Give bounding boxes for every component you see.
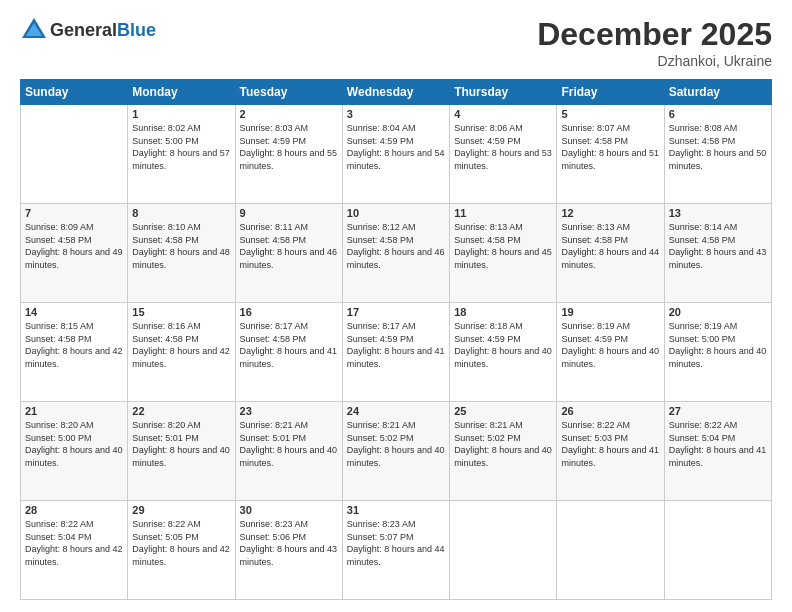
day-info: Sunrise: 8:23 AMSunset: 5:06 PMDaylight:… xyxy=(240,519,338,567)
calendar-cell: 26 Sunrise: 8:22 AMSunset: 5:03 PMDaylig… xyxy=(557,402,664,501)
calendar-cell xyxy=(450,501,557,600)
day-info: Sunrise: 8:11 AMSunset: 4:58 PMDaylight:… xyxy=(240,222,338,270)
day-info: Sunrise: 8:20 AMSunset: 5:01 PMDaylight:… xyxy=(132,420,230,468)
day-info: Sunrise: 8:20 AMSunset: 5:00 PMDaylight:… xyxy=(25,420,123,468)
day-number: 13 xyxy=(669,207,767,219)
day-number: 29 xyxy=(132,504,230,516)
day-number: 21 xyxy=(25,405,123,417)
day-number: 17 xyxy=(347,306,445,318)
day-info: Sunrise: 8:22 AMSunset: 5:03 PMDaylight:… xyxy=(561,420,659,468)
day-number: 5 xyxy=(561,108,659,120)
day-number: 10 xyxy=(347,207,445,219)
day-number: 15 xyxy=(132,306,230,318)
day-number: 4 xyxy=(454,108,552,120)
calendar-header: SundayMondayTuesdayWednesdayThursdayFrid… xyxy=(21,80,772,105)
location-title: Dzhankoi, Ukraine xyxy=(537,53,772,69)
calendar-cell: 23 Sunrise: 8:21 AMSunset: 5:01 PMDaylig… xyxy=(235,402,342,501)
day-number: 25 xyxy=(454,405,552,417)
calendar-cell xyxy=(21,105,128,204)
calendar-cell: 24 Sunrise: 8:21 AMSunset: 5:02 PMDaylig… xyxy=(342,402,449,501)
day-info: Sunrise: 8:02 AMSunset: 5:00 PMDaylight:… xyxy=(132,123,230,171)
day-info: Sunrise: 8:07 AMSunset: 4:58 PMDaylight:… xyxy=(561,123,659,171)
day-number: 11 xyxy=(454,207,552,219)
day-number: 3 xyxy=(347,108,445,120)
calendar-cell: 30 Sunrise: 8:23 AMSunset: 5:06 PMDaylig… xyxy=(235,501,342,600)
calendar-cell: 10 Sunrise: 8:12 AMSunset: 4:58 PMDaylig… xyxy=(342,204,449,303)
day-number: 26 xyxy=(561,405,659,417)
calendar-cell: 17 Sunrise: 8:17 AMSunset: 4:59 PMDaylig… xyxy=(342,303,449,402)
logo-icon xyxy=(20,16,48,44)
day-number: 2 xyxy=(240,108,338,120)
day-number: 27 xyxy=(669,405,767,417)
day-info: Sunrise: 8:15 AMSunset: 4:58 PMDaylight:… xyxy=(25,321,123,369)
month-title: December 2025 xyxy=(537,16,772,53)
day-number: 8 xyxy=(132,207,230,219)
calendar-cell: 7 Sunrise: 8:09 AMSunset: 4:58 PMDayligh… xyxy=(21,204,128,303)
logo: GeneralBlue xyxy=(20,16,156,44)
calendar-cell: 20 Sunrise: 8:19 AMSunset: 5:00 PMDaylig… xyxy=(664,303,771,402)
calendar-cell: 6 Sunrise: 8:08 AMSunset: 4:58 PMDayligh… xyxy=(664,105,771,204)
calendar-cell: 27 Sunrise: 8:22 AMSunset: 5:04 PMDaylig… xyxy=(664,402,771,501)
day-number: 7 xyxy=(25,207,123,219)
calendar-cell: 16 Sunrise: 8:17 AMSunset: 4:58 PMDaylig… xyxy=(235,303,342,402)
day-info: Sunrise: 8:12 AMSunset: 4:58 PMDaylight:… xyxy=(347,222,445,270)
day-info: Sunrise: 8:04 AMSunset: 4:59 PMDaylight:… xyxy=(347,123,445,171)
calendar-cell: 12 Sunrise: 8:13 AMSunset: 4:58 PMDaylig… xyxy=(557,204,664,303)
calendar-cell: 9 Sunrise: 8:11 AMSunset: 4:58 PMDayligh… xyxy=(235,204,342,303)
calendar-cell: 18 Sunrise: 8:18 AMSunset: 4:59 PMDaylig… xyxy=(450,303,557,402)
day-number: 30 xyxy=(240,504,338,516)
day-info: Sunrise: 8:13 AMSunset: 4:58 PMDaylight:… xyxy=(454,222,552,270)
day-info: Sunrise: 8:06 AMSunset: 4:59 PMDaylight:… xyxy=(454,123,552,171)
day-number: 23 xyxy=(240,405,338,417)
calendar-cell: 29 Sunrise: 8:22 AMSunset: 5:05 PMDaylig… xyxy=(128,501,235,600)
day-number: 16 xyxy=(240,306,338,318)
day-number: 20 xyxy=(669,306,767,318)
table-row: 1 Sunrise: 8:02 AMSunset: 5:00 PMDayligh… xyxy=(21,105,772,204)
calendar-body: 1 Sunrise: 8:02 AMSunset: 5:00 PMDayligh… xyxy=(21,105,772,600)
calendar-cell: 11 Sunrise: 8:13 AMSunset: 4:58 PMDaylig… xyxy=(450,204,557,303)
day-number: 19 xyxy=(561,306,659,318)
calendar-cell: 3 Sunrise: 8:04 AMSunset: 4:59 PMDayligh… xyxy=(342,105,449,204)
day-number: 24 xyxy=(347,405,445,417)
calendar-cell: 13 Sunrise: 8:14 AMSunset: 4:58 PMDaylig… xyxy=(664,204,771,303)
day-info: Sunrise: 8:13 AMSunset: 4:58 PMDaylight:… xyxy=(561,222,659,270)
day-info: Sunrise: 8:22 AMSunset: 5:04 PMDaylight:… xyxy=(25,519,123,567)
day-info: Sunrise: 8:23 AMSunset: 5:07 PMDaylight:… xyxy=(347,519,445,567)
header: GeneralBlue December 2025 Dzhankoi, Ukra… xyxy=(20,16,772,69)
weekday-header: Tuesday xyxy=(235,80,342,105)
day-info: Sunrise: 8:21 AMSunset: 5:02 PMDaylight:… xyxy=(347,420,445,468)
logo-general: General xyxy=(50,20,117,40)
page: GeneralBlue December 2025 Dzhankoi, Ukra… xyxy=(0,0,792,612)
calendar-cell: 1 Sunrise: 8:02 AMSunset: 5:00 PMDayligh… xyxy=(128,105,235,204)
calendar-cell: 22 Sunrise: 8:20 AMSunset: 5:01 PMDaylig… xyxy=(128,402,235,501)
calendar-cell: 25 Sunrise: 8:21 AMSunset: 5:02 PMDaylig… xyxy=(450,402,557,501)
day-number: 6 xyxy=(669,108,767,120)
day-info: Sunrise: 8:22 AMSunset: 5:05 PMDaylight:… xyxy=(132,519,230,567)
calendar-cell: 8 Sunrise: 8:10 AMSunset: 4:58 PMDayligh… xyxy=(128,204,235,303)
day-info: Sunrise: 8:21 AMSunset: 5:02 PMDaylight:… xyxy=(454,420,552,468)
logo-text: GeneralBlue xyxy=(50,20,156,41)
day-number: 9 xyxy=(240,207,338,219)
table-row: 7 Sunrise: 8:09 AMSunset: 4:58 PMDayligh… xyxy=(21,204,772,303)
day-number: 28 xyxy=(25,504,123,516)
weekday-header: Friday xyxy=(557,80,664,105)
day-number: 1 xyxy=(132,108,230,120)
weekday-header: Thursday xyxy=(450,80,557,105)
weekday-row: SundayMondayTuesdayWednesdayThursdayFrid… xyxy=(21,80,772,105)
day-info: Sunrise: 8:16 AMSunset: 4:58 PMDaylight:… xyxy=(132,321,230,369)
weekday-header: Saturday xyxy=(664,80,771,105)
day-info: Sunrise: 8:09 AMSunset: 4:58 PMDaylight:… xyxy=(25,222,123,270)
table-row: 21 Sunrise: 8:20 AMSunset: 5:00 PMDaylig… xyxy=(21,402,772,501)
calendar-cell: 14 Sunrise: 8:15 AMSunset: 4:58 PMDaylig… xyxy=(21,303,128,402)
day-number: 31 xyxy=(347,504,445,516)
calendar-cell xyxy=(664,501,771,600)
calendar-cell: 31 Sunrise: 8:23 AMSunset: 5:07 PMDaylig… xyxy=(342,501,449,600)
table-row: 28 Sunrise: 8:22 AMSunset: 5:04 PMDaylig… xyxy=(21,501,772,600)
day-info: Sunrise: 8:19 AMSunset: 5:00 PMDaylight:… xyxy=(669,321,767,369)
day-info: Sunrise: 8:22 AMSunset: 5:04 PMDaylight:… xyxy=(669,420,767,468)
day-number: 18 xyxy=(454,306,552,318)
weekday-header: Monday xyxy=(128,80,235,105)
day-info: Sunrise: 8:18 AMSunset: 4:59 PMDaylight:… xyxy=(454,321,552,369)
calendar-cell: 28 Sunrise: 8:22 AMSunset: 5:04 PMDaylig… xyxy=(21,501,128,600)
weekday-header: Wednesday xyxy=(342,80,449,105)
